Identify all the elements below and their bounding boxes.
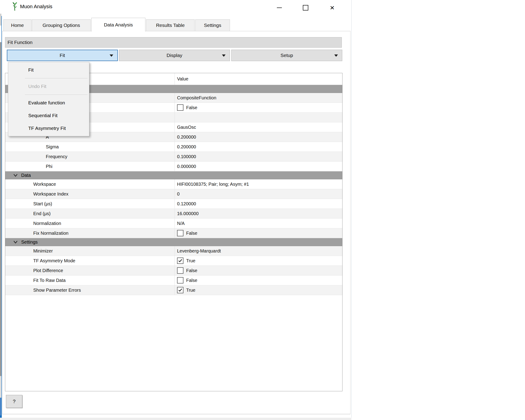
dropdown-arrow-icon xyxy=(110,55,113,57)
section-row-settings[interactable]: Settings xyxy=(5,238,342,246)
property-label: Start (µs) xyxy=(5,199,175,208)
property-label: Frequency xyxy=(5,152,175,161)
property-label: Fix Normalization xyxy=(5,228,175,238)
checkbox-label: False xyxy=(186,268,197,273)
property-label: Plot Difference xyxy=(5,266,175,275)
property-value[interactable]: N/A xyxy=(175,219,342,228)
minimize-icon xyxy=(277,8,282,8)
table-row: Workspace HIFI00108375; Pair; long; Asym… xyxy=(5,179,342,189)
menu-separator xyxy=(8,93,89,96)
maximize-icon xyxy=(303,5,308,10)
property-value[interactable]: 0 xyxy=(175,189,342,199)
checkbox-unchecked-icon[interactable] xyxy=(177,230,183,236)
table-row: Fit To Raw Data False xyxy=(5,276,342,285)
chevron-down-icon xyxy=(13,241,18,243)
menu-item-evaluate-function[interactable]: Evaluate function xyxy=(8,96,89,109)
help-button[interactable]: ? xyxy=(6,395,22,408)
table-row: Minimizer Levenberg-Marquardt xyxy=(5,246,342,256)
checkbox-label: False xyxy=(186,278,197,283)
property-label: Sigma xyxy=(5,142,175,151)
property-value[interactable]: 0.120000 xyxy=(175,199,342,208)
property-value[interactable]: 0.000000 xyxy=(175,162,342,171)
tab-data-analysis[interactable]: Data Analysis xyxy=(91,18,145,31)
property-value[interactable]: GausOsc xyxy=(175,122,342,132)
table-row: Normalization N/A xyxy=(5,219,342,228)
table-row: Start (µs) 0.120000 xyxy=(5,199,342,209)
property-label: Phi xyxy=(5,162,175,171)
property-label: Workspace Index xyxy=(5,189,175,199)
minimize-button[interactable] xyxy=(272,2,287,14)
tab-pane-border xyxy=(2,31,350,31)
tab-home[interactable]: Home xyxy=(3,19,31,31)
property-value[interactable]: True xyxy=(175,285,342,295)
value-column-header: Value xyxy=(175,73,342,85)
property-value[interactable]: False xyxy=(175,266,342,275)
property-value[interactable]: CompositeFunction xyxy=(175,93,342,103)
table-row: Sigma 0.200000 xyxy=(5,142,342,152)
section-label: Settings xyxy=(21,240,38,245)
checkbox-unchecked-icon[interactable] xyxy=(177,104,183,111)
close-button[interactable]: ✕ xyxy=(325,2,339,14)
property-value[interactable]: False xyxy=(175,276,342,285)
property-label: End (µs) xyxy=(5,209,175,218)
table-row: Frequency 0.100000 xyxy=(5,152,342,162)
title-bar: Muon Analysis ✕ xyxy=(1,0,351,16)
maximize-button[interactable] xyxy=(298,2,313,14)
section-row-data[interactable]: Data xyxy=(5,171,342,179)
property-value[interactable]: True xyxy=(175,256,342,265)
property-value[interactable]: 0.200000 xyxy=(175,142,342,151)
property-value[interactable]: HIFI00108375; Pair; long; Asym; #1 xyxy=(175,179,342,189)
tab-grouping-options[interactable]: Grouping Options xyxy=(32,19,91,31)
display-button-label: Display xyxy=(167,53,182,58)
property-label: Normalization xyxy=(5,219,175,228)
fit-function-group-header: Fit Function xyxy=(5,37,342,48)
table-row: Workspace Index 0 xyxy=(5,189,342,199)
background-strip xyxy=(0,418,351,420)
setup-button-label: Setup xyxy=(281,53,293,58)
checkbox-unchecked-icon[interactable] xyxy=(177,277,183,283)
menu-item-fit[interactable]: Fit xyxy=(8,64,89,76)
window-title: Muon Analysis xyxy=(20,4,52,9)
menu-item-undo-fit: Undo Fit xyxy=(8,80,89,93)
mantid-app-icon xyxy=(11,2,18,11)
window-bottom-border xyxy=(2,414,350,414)
property-value[interactable]: Levenberg-Marquardt xyxy=(175,246,342,256)
fit-dropdown-menu: Fit Undo Fit Evaluate function Sequentia… xyxy=(8,62,89,136)
menu-item-sequential-fit[interactable]: Sequential Fit xyxy=(8,109,89,122)
checkbox-checked-icon[interactable] xyxy=(177,258,183,264)
checkbox-label: True xyxy=(186,288,195,293)
menu-item-tf-asymmetry-fit[interactable]: TF Asymmetry Fit xyxy=(8,122,89,135)
property-value[interactable]: 0.200000 xyxy=(175,132,342,142)
property-label: Show Parameter Errors xyxy=(5,285,175,295)
menu-separator xyxy=(8,76,89,80)
property-value[interactable]: False xyxy=(175,103,342,112)
fit-button-label: Fit xyxy=(60,53,65,58)
property-label: Minimizer xyxy=(5,246,175,256)
property-label: Workspace xyxy=(5,179,175,189)
fit-dropdown-button[interactable]: Fit xyxy=(7,50,118,61)
chevron-down-icon xyxy=(13,174,18,177)
property-value[interactable]: False xyxy=(175,228,342,238)
dropdown-arrow-icon xyxy=(222,55,225,57)
property-value[interactable]: 16.000000 xyxy=(175,209,342,218)
property-label: Fit To Raw Data xyxy=(5,276,175,285)
screen: Muon Analysis ✕ Home Grouping Options Da… xyxy=(0,0,525,420)
checkbox-unchecked-icon[interactable] xyxy=(177,267,183,274)
property-value[interactable]: 0.100000 xyxy=(175,152,342,161)
checkbox-checked-icon[interactable] xyxy=(177,287,183,293)
tab-settings[interactable]: Settings xyxy=(195,19,230,31)
table-row: Plot Difference False xyxy=(5,266,342,276)
fit-function-group-label: Fit Function xyxy=(8,40,33,45)
tab-results-table[interactable]: Results Table xyxy=(146,19,195,31)
section-label: Data xyxy=(21,173,31,178)
table-row: Show Parameter Errors True xyxy=(5,285,342,295)
table-row: Phi 0.000000 xyxy=(5,162,342,171)
display-dropdown-button[interactable]: Display xyxy=(119,50,230,61)
setup-dropdown-button[interactable]: Setup xyxy=(231,50,342,61)
table-row: End (µs) 16.000000 xyxy=(5,209,342,219)
checkbox-label: False xyxy=(186,105,197,110)
close-icon: ✕ xyxy=(330,5,335,11)
property-value[interactable] xyxy=(175,112,342,122)
checkbox-label: True xyxy=(186,258,195,263)
table-row: Fix Normalization False xyxy=(5,228,342,238)
